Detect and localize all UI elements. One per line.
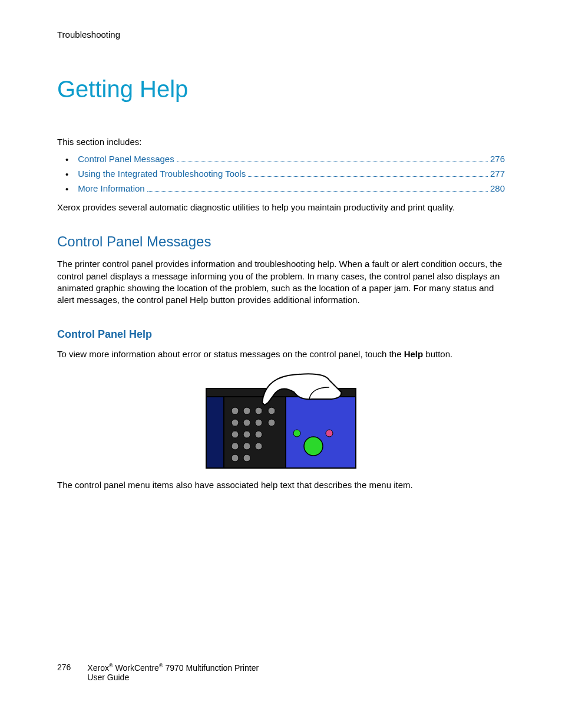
toc-page: 280 (490, 183, 505, 193)
heading-control-panel-help: Control Panel Help (57, 328, 505, 341)
bullet-icon: • (65, 185, 68, 193)
toc-link-control-panel-messages[interactable]: Control Panel Messages (78, 154, 174, 164)
help-button-label: Help (404, 349, 424, 359)
svg-point-4 (232, 407, 239, 414)
toc-item: • Using the Integrated Troubleshooting T… (57, 169, 505, 179)
footer-line2: User Guide (87, 673, 259, 682)
bullet-icon: • (65, 170, 68, 179)
paragraph-control-panel-messages: The printer control panel provides infor… (57, 258, 505, 306)
svg-point-16 (232, 454, 239, 462)
toc-page: 277 (490, 169, 505, 179)
toc-leader (248, 176, 488, 177)
page-footer: 276 Xerox® WorkCentre® 7970 Multifunctio… (57, 663, 259, 682)
text-fragment: button. (423, 349, 452, 359)
svg-point-18 (268, 407, 275, 414)
bullet-icon: • (65, 155, 68, 164)
heading-control-panel-messages: Control Panel Messages (57, 233, 505, 250)
control-panel-illustration (57, 370, 505, 469)
svg-point-21 (326, 430, 333, 437)
toc-page: 276 (490, 154, 505, 164)
svg-point-7 (232, 419, 239, 426)
svg-point-22 (304, 437, 323, 456)
registered-icon: ® (109, 663, 113, 668)
paragraph-menu-help: The control panel menu items also have a… (57, 479, 505, 491)
svg-point-20 (293, 430, 300, 437)
svg-point-15 (255, 443, 262, 450)
toc-list: • Control Panel Messages 276 • Using the… (57, 154, 505, 193)
svg-point-19 (268, 419, 275, 426)
toc-item: • More Information 280 (57, 183, 505, 193)
svg-point-13 (232, 443, 239, 450)
svg-point-5 (243, 407, 250, 414)
control-panel-svg-icon (206, 370, 356, 469)
text-fragment: To view more information about error or … (57, 349, 404, 359)
svg-point-10 (232, 431, 239, 438)
toc-item: • Control Panel Messages 276 (57, 154, 505, 164)
footer-brand-xerox: Xerox (87, 663, 109, 673)
footer-page-number: 276 (57, 663, 71, 672)
registered-icon: ® (159, 663, 163, 668)
toc-leader (177, 162, 488, 162)
svg-point-9 (255, 419, 262, 426)
svg-point-6 (255, 407, 262, 414)
toc-link-integrated-tools[interactable]: Using the Integrated Troubleshooting Too… (78, 169, 246, 179)
paragraph-diagnostics: Xerox provides several automatic diagnos… (57, 202, 505, 213)
paragraph-control-panel-help: To view more information about error or … (57, 349, 505, 359)
svg-point-12 (255, 431, 262, 438)
svg-point-14 (243, 443, 250, 450)
svg-point-8 (243, 419, 250, 426)
svg-point-17 (243, 454, 250, 462)
page-header-section: Troubleshooting (57, 29, 505, 39)
toc-leader (147, 191, 488, 192)
toc-link-more-information[interactable]: More Information (78, 183, 144, 193)
footer-brand-workcentre: WorkCentre (113, 663, 159, 673)
footer-brand: Xerox® WorkCentre® 7970 Multifunction Pr… (87, 663, 259, 682)
section-intro: This section includes: (57, 137, 505, 147)
page-title: Getting Help (57, 76, 505, 103)
svg-rect-2 (206, 397, 224, 468)
footer-brand-model: 7970 Multifunction Printer (163, 663, 259, 673)
svg-point-11 (243, 431, 250, 438)
